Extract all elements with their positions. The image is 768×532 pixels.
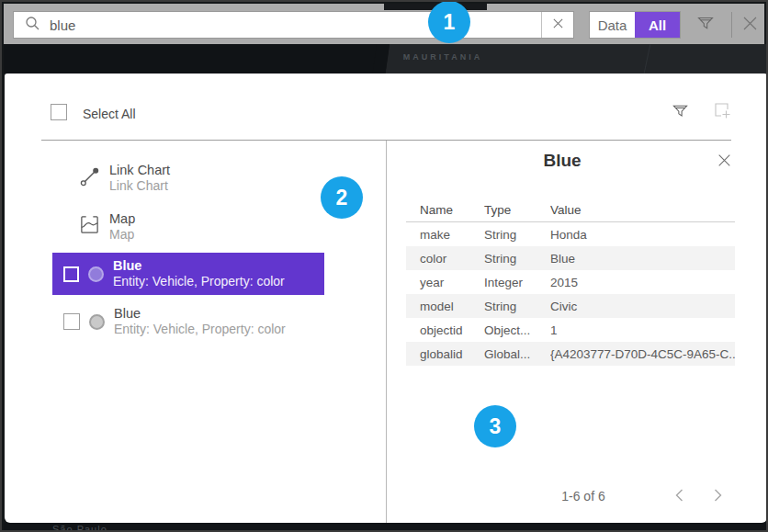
- search-results-panel: Select All Link Chart Link Chart: [5, 74, 767, 523]
- result-item-map[interactable]: Map Map: [52, 211, 365, 243]
- cell-value: Blue: [550, 252, 735, 266]
- entity-circle-icon: [89, 314, 105, 330]
- result-title: Link Chart: [109, 163, 170, 178]
- table-row: globalid Global... {A4203777-D70D-4C5C-9…: [406, 342, 735, 366]
- map-background: [4, 44, 768, 74]
- cell-name: color: [420, 252, 484, 266]
- cell-value: 2015: [550, 276, 735, 289]
- map-icon: [79, 214, 101, 236]
- details-title: Blue: [406, 151, 718, 171]
- table-row: color String Blue: [406, 246, 735, 270]
- pagination-range-label: 1-6 of 6: [519, 489, 648, 504]
- close-search-button[interactable]: [735, 11, 764, 39]
- annotation-callout-1: 1: [428, 1, 470, 43]
- result-title: Map: [109, 211, 135, 227]
- chevron-right-icon: [714, 489, 722, 505]
- close-icon: [717, 153, 732, 172]
- annotation-callout-2: 2: [321, 176, 363, 219]
- cell-name: model: [420, 300, 484, 313]
- attributes-table: Name Type Value make String Honda color …: [406, 198, 735, 366]
- close-icon: [741, 15, 759, 36]
- result-subtitle: Link Chart: [109, 178, 170, 194]
- link-chart-icon: [79, 165, 101, 187]
- filter-funnel-icon: [696, 14, 715, 36]
- table-row: make String Honda: [406, 222, 735, 246]
- cell-value: 1: [550, 323, 735, 337]
- chevron-left-icon: [675, 489, 683, 505]
- column-header-name: Name: [420, 203, 484, 217]
- map-ocean: [4, 44, 390, 74]
- cell-type: String: [484, 228, 550, 242]
- cell-type: Global...: [484, 347, 550, 361]
- pagination-next-button[interactable]: [707, 487, 728, 507]
- cell-name: make: [420, 228, 484, 242]
- result-subtitle: Entity: Vehicle, Property: color: [114, 322, 286, 337]
- add-to-selection-button[interactable]: [708, 99, 736, 125]
- result-item-link-chart[interactable]: Link Chart Link Chart: [52, 163, 365, 194]
- cell-type: String: [484, 252, 550, 266]
- result-checkbox[interactable]: [63, 266, 79, 282]
- cell-name: globalid: [420, 347, 484, 361]
- result-subtitle: Map: [109, 227, 135, 243]
- cell-value: Civic: [550, 300, 735, 313]
- cell-value: Honda: [550, 228, 735, 242]
- map-background-bottom: São Paulo: [4, 523, 768, 532]
- cell-value: {A4203777-D70D-4C5C-9A65-C...: [550, 347, 735, 361]
- result-item-blue[interactable]: Blue Entity: Vehicle, Property: color: [52, 300, 324, 343]
- entity-circle-icon: [88, 266, 104, 282]
- map-label-mauritania: MAURITANIA: [388, 52, 498, 62]
- select-all-label: Select All: [83, 107, 136, 121]
- cell-name: objectid: [420, 323, 484, 337]
- result-item-blue-selected[interactable]: Blue Entity: Vehicle, Property: color: [52, 253, 324, 295]
- cell-name: year: [420, 276, 484, 289]
- cell-type: Object...: [484, 323, 550, 337]
- clear-search-button[interactable]: [541, 12, 573, 38]
- scope-option-all[interactable]: All: [635, 12, 680, 38]
- result-subtitle: Entity: Vehicle, Property: color: [113, 274, 285, 289]
- cell-type: Integer: [484, 276, 550, 289]
- search-box: [13, 11, 574, 39]
- pagination-prev-button[interactable]: [669, 487, 689, 507]
- scope-option-data[interactable]: Data: [590, 12, 635, 38]
- table-header-row: Name Type Value: [406, 198, 735, 222]
- search-icon: [25, 16, 40, 35]
- toolbar-divider: [731, 12, 732, 38]
- result-checkbox[interactable]: [63, 313, 80, 330]
- add-to-selection-icon: [713, 101, 731, 123]
- map-label-sao-paulo: São Paulo: [52, 524, 107, 532]
- app-window: Data All WESTERN MAURITANIA São Paulo Se…: [0, 0, 768, 532]
- annotation-callout-3: 3: [474, 405, 516, 447]
- table-row: objectid Object... 1: [406, 318, 735, 342]
- cell-type: String: [484, 300, 550, 313]
- result-title: Blue: [113, 258, 285, 274]
- clear-icon: [552, 17, 564, 33]
- details-close-button[interactable]: [712, 151, 736, 173]
- map-border-line: [644, 44, 651, 74]
- search-filter-button[interactable]: [691, 11, 720, 39]
- table-row: model String Civic: [406, 294, 735, 318]
- column-header-type: Type: [484, 203, 550, 217]
- list-details-divider: [386, 141, 387, 523]
- table-row: year Integer 2015: [406, 270, 735, 294]
- column-header-value: Value: [550, 203, 735, 217]
- filter-funnel-icon: [672, 102, 689, 123]
- select-all-checkbox[interactable]: [51, 104, 67, 120]
- search-scope-toggle: Data All: [589, 11, 681, 39]
- result-title: Blue: [114, 306, 286, 322]
- results-filter-button[interactable]: [666, 99, 694, 125]
